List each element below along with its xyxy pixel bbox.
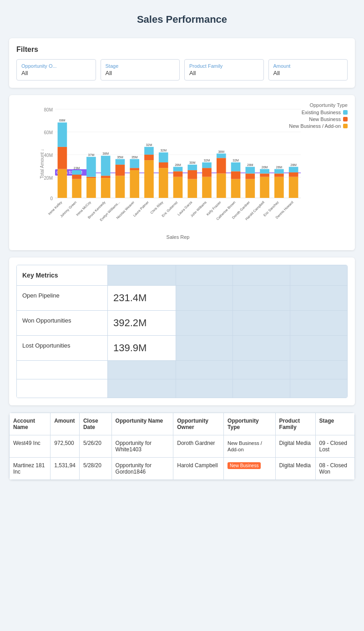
svg-text:60M: 60M bbox=[44, 130, 53, 135]
svg-rect-76 bbox=[231, 162, 241, 172]
svg-text:Sales Rep: Sales Rep bbox=[167, 234, 190, 240]
empty-row1-col1 bbox=[17, 361, 108, 379]
svg-text:35M: 35M bbox=[117, 156, 123, 159]
svg-text:35M: 35M bbox=[131, 156, 138, 159]
legend-addon-dot bbox=[343, 124, 348, 128]
filter-opportunity-owner-value: All bbox=[21, 70, 91, 76]
col-product-family: Product Family bbox=[275, 413, 315, 435]
cell-stage: 09 - Closed Lost bbox=[315, 435, 354, 458]
svg-text:Laura Palmer: Laura Palmer bbox=[132, 200, 150, 218]
filter-stage[interactable]: Stage All bbox=[101, 59, 180, 81]
legend-new-dot bbox=[343, 117, 348, 121]
svg-text:28M: 28M bbox=[290, 163, 297, 167]
filter-amount-value: All bbox=[273, 70, 343, 76]
cell-stage: 08 - Closed Won bbox=[315, 458, 354, 480]
cell-opp-type: New Business bbox=[224, 458, 276, 480]
opp-type-badge: New Business bbox=[228, 462, 261, 469]
lost-opps-label: Lost Opportunities bbox=[17, 336, 108, 361]
svg-rect-15 bbox=[58, 147, 67, 169]
svg-text:32M: 32M bbox=[146, 143, 152, 146]
chart-container: Opportunity Type Existing Business New B… bbox=[16, 102, 348, 243]
svg-rect-74 bbox=[231, 179, 241, 198]
svg-rect-30 bbox=[101, 176, 111, 178]
svg-text:26M: 26M bbox=[276, 166, 283, 169]
svg-text:37M: 37M bbox=[88, 153, 95, 156]
col-amount: Amount bbox=[51, 413, 80, 435]
svg-rect-89 bbox=[274, 177, 284, 198]
svg-rect-79 bbox=[246, 179, 255, 198]
legend-title: Opportunity Type bbox=[289, 102, 348, 108]
svg-text:20M: 20M bbox=[44, 176, 53, 181]
svg-rect-34 bbox=[116, 176, 125, 198]
open-pipeline-label: Open Pipeline bbox=[17, 286, 108, 311]
empty-row2-col3 bbox=[176, 379, 233, 398]
table-card: Account Name Amount Close Date Opportuni… bbox=[9, 413, 355, 480]
filters-row: Opportunity O... All Stage All Product F… bbox=[16, 59, 348, 81]
lost-opps-col4 bbox=[233, 336, 290, 361]
cell-account-name: Martinez 181 Inc bbox=[10, 458, 51, 480]
filter-product-family[interactable]: Product Family All bbox=[184, 59, 264, 81]
legend-new-business: New Business bbox=[289, 116, 348, 122]
cell-opp-type: New Business / Add-on bbox=[224, 435, 276, 458]
legend-addon-business: New Business / Add-on bbox=[289, 123, 348, 129]
table-row[interactable]: Martinez 181 Inc 1,531,94 5/28/20 Opport… bbox=[10, 458, 355, 480]
won-opps-label: Won Opportunities bbox=[17, 311, 108, 336]
svg-rect-19 bbox=[72, 179, 81, 198]
legend-addon-label: New Business / Add-on bbox=[289, 123, 341, 129]
svg-rect-54 bbox=[173, 177, 183, 198]
lost-opps-col3 bbox=[176, 336, 233, 361]
svg-rect-20 bbox=[72, 175, 81, 179]
won-opps-col4 bbox=[233, 311, 290, 336]
filter-amount[interactable]: Amount All bbox=[268, 59, 348, 81]
cell-close-date: 5/28/20 bbox=[79, 458, 111, 480]
cell-opp-name: Opportunity for White1403 bbox=[111, 435, 173, 458]
svg-rect-65 bbox=[202, 168, 212, 177]
col-stage: Stage bbox=[315, 413, 354, 435]
cell-account-name: West49 Inc bbox=[10, 435, 51, 458]
empty-row2-col5 bbox=[290, 379, 347, 398]
cell-close-date: 5/26/20 bbox=[79, 435, 111, 458]
opportunities-table: Account Name Amount Close Date Opportuni… bbox=[9, 413, 355, 480]
empty-row1-col5 bbox=[290, 361, 347, 379]
empty-row2-col1 bbox=[17, 379, 108, 398]
page-title: Sales Performance bbox=[9, 9, 355, 30]
metrics-card: Key Metrics Open Pipeline 231.4M Won Opp… bbox=[9, 257, 355, 405]
legend-existing-dot bbox=[343, 110, 348, 115]
won-opps-col5 bbox=[290, 311, 347, 336]
filter-opportunity-owner[interactable]: Opportunity O... All bbox=[16, 59, 96, 81]
col-opp-name: Opportunity Name bbox=[111, 413, 173, 435]
svg-rect-71 bbox=[217, 154, 226, 158]
svg-rect-69 bbox=[217, 173, 226, 198]
filter-product-family-value: All bbox=[189, 70, 259, 76]
filter-stage-label: Stage bbox=[106, 63, 175, 69]
svg-text:28M: 28M bbox=[247, 163, 253, 167]
svg-rect-21 bbox=[72, 170, 81, 175]
svg-rect-35 bbox=[116, 165, 125, 176]
cell-amount: 1,531,94 bbox=[51, 458, 80, 480]
svg-rect-41 bbox=[130, 159, 139, 168]
svg-rect-46 bbox=[144, 147, 154, 155]
svg-rect-59 bbox=[187, 179, 197, 198]
metrics-header-col3 bbox=[176, 265, 233, 286]
cell-product-family: Digital Media bbox=[275, 458, 315, 480]
svg-rect-94 bbox=[289, 177, 298, 198]
svg-rect-49 bbox=[159, 168, 168, 198]
open-pipeline-col4 bbox=[233, 286, 290, 311]
svg-text:80M: 80M bbox=[44, 107, 53, 112]
svg-rect-26 bbox=[86, 157, 96, 177]
metrics-header-col4 bbox=[233, 265, 290, 286]
svg-text:38M: 38M bbox=[102, 152, 109, 155]
svg-rect-45 bbox=[144, 155, 154, 160]
table-row[interactable]: West49 Inc 972,500 5/26/20 Opportunity f… bbox=[10, 435, 355, 458]
svg-rect-25 bbox=[86, 177, 96, 178]
svg-rect-31 bbox=[101, 156, 111, 176]
svg-rect-75 bbox=[231, 172, 241, 179]
svg-rect-91 bbox=[274, 169, 284, 174]
opp-type-text: New Business / Add-on bbox=[228, 440, 262, 452]
col-close-date: Close Date bbox=[79, 413, 111, 435]
svg-text:23M: 23M bbox=[74, 167, 80, 170]
svg-rect-86 bbox=[260, 169, 269, 174]
lost-opps-col5 bbox=[290, 336, 347, 361]
svg-text:Total Amount ↓: Total Amount ↓ bbox=[40, 149, 45, 179]
filter-opportunity-owner-label: Opportunity O... bbox=[21, 63, 91, 69]
